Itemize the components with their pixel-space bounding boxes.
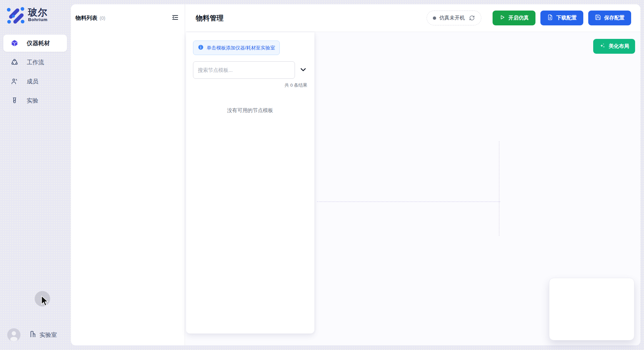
materials-list-header: 物料列表 (0) bbox=[71, 4, 185, 32]
sidebar-item-workflow[interactable]: 工作流 bbox=[3, 54, 67, 71]
sidebar-item-label: 成员 bbox=[27, 77, 38, 85]
template-search-input[interactable] bbox=[193, 61, 295, 79]
main-header: 物料管理 仿真未开机 开启仿真 下载配置 保存配置 bbox=[186, 4, 641, 32]
sidebar-nav: 仪器耗材 工作流 成员 实验 bbox=[3, 35, 67, 111]
brand-name-zh: 玻尔 bbox=[28, 8, 48, 17]
simulation-status-pill: 仿真未开机 bbox=[427, 11, 482, 25]
mouse-cursor bbox=[41, 296, 49, 307]
brand-text: 玻尔 Bohrium bbox=[28, 8, 48, 22]
start-simulation-button[interactable]: 开启仿真 bbox=[493, 11, 535, 25]
cube-icon bbox=[11, 40, 18, 47]
sidebar-item-label: 工作流 bbox=[27, 58, 44, 66]
building-icon bbox=[29, 330, 37, 340]
template-hint-banner: 单击模板添加仪器/耗材至实验室 bbox=[193, 41, 280, 55]
main-area: 物料管理 仿真未开机 开启仿真 下载配置 保存配置 bbox=[186, 4, 641, 345]
workspace-switcher[interactable]: 实验室 bbox=[29, 330, 57, 340]
bohrium-logo-icon bbox=[6, 5, 25, 24]
sparkles-icon bbox=[599, 43, 606, 50]
info-icon bbox=[198, 44, 204, 51]
materials-list-title: 物料列表 bbox=[76, 15, 97, 22]
template-panel: 单击模板添加仪器/耗材至实验室 共 0 条结果 没有可用的节点模板 bbox=[186, 32, 314, 334]
template-hint-text: 单击模板添加仪器/耗材至实验室 bbox=[207, 45, 275, 51]
workflow-icon bbox=[11, 59, 18, 66]
expand-templates-button[interactable] bbox=[299, 66, 307, 74]
workspace-label: 实验室 bbox=[40, 331, 57, 339]
file-download-icon bbox=[547, 14, 553, 22]
sidebar-item-instruments[interactable]: 仪器耗材 bbox=[3, 35, 67, 52]
template-empty-message: 没有可用的节点模板 bbox=[193, 107, 307, 114]
page-title: 物料管理 bbox=[196, 14, 224, 23]
template-result-count: 共 0 条结果 bbox=[193, 82, 307, 88]
download-config-button[interactable]: 下载配置 bbox=[540, 11, 583, 25]
beautify-layout-button[interactable]: 美化布局 bbox=[593, 39, 635, 54]
content-card: 物料列表 (0) 物料管理 仿真未开机 开启仿真 下 bbox=[71, 4, 640, 345]
materials-list-panel: 物料列表 (0) bbox=[71, 4, 185, 345]
refresh-status-icon[interactable] bbox=[469, 15, 475, 21]
canvas-guide-vertical bbox=[499, 141, 499, 236]
download-config-label: 下载配置 bbox=[556, 15, 577, 21]
simulation-status-label: 仿真未开机 bbox=[439, 15, 465, 21]
play-icon bbox=[499, 14, 505, 22]
test-tube-icon bbox=[11, 97, 18, 104]
status-dot bbox=[433, 16, 436, 20]
sidebar-item-members[interactable]: 成员 bbox=[3, 73, 67, 90]
save-config-button[interactable]: 保存配置 bbox=[588, 11, 631, 25]
brand-name-en: Bohrium bbox=[28, 17, 48, 22]
outdent-icon bbox=[172, 14, 179, 22]
sidebar-item-experiments[interactable]: 实验 bbox=[3, 92, 67, 109]
save-icon bbox=[595, 14, 601, 22]
sidebar-footer: 实验室 bbox=[7, 328, 57, 341]
collapse-panel-button[interactable] bbox=[171, 14, 179, 22]
sidebar-item-label: 实验 bbox=[27, 97, 38, 104]
materials-list-count: (0) bbox=[100, 15, 105, 21]
layout-canvas[interactable]: 单击模板添加仪器/耗材至实验室 共 0 条结果 没有可用的节点模板 美化布局 bbox=[186, 32, 641, 345]
users-icon bbox=[11, 78, 18, 85]
canvas-guide-horizontal bbox=[317, 201, 500, 202]
sidebar-item-label: 仪器耗材 bbox=[27, 39, 50, 47]
brand-logo: 玻尔 Bohrium bbox=[0, 0, 71, 24]
user-avatar[interactable] bbox=[7, 328, 20, 341]
save-config-label: 保存配置 bbox=[604, 15, 625, 21]
start-simulation-label: 开启仿真 bbox=[508, 15, 529, 21]
minimap-panel bbox=[549, 278, 634, 340]
beautify-layout-label: 美化布局 bbox=[609, 43, 629, 50]
template-search-row bbox=[193, 61, 307, 79]
chevron-down-icon bbox=[300, 66, 307, 74]
